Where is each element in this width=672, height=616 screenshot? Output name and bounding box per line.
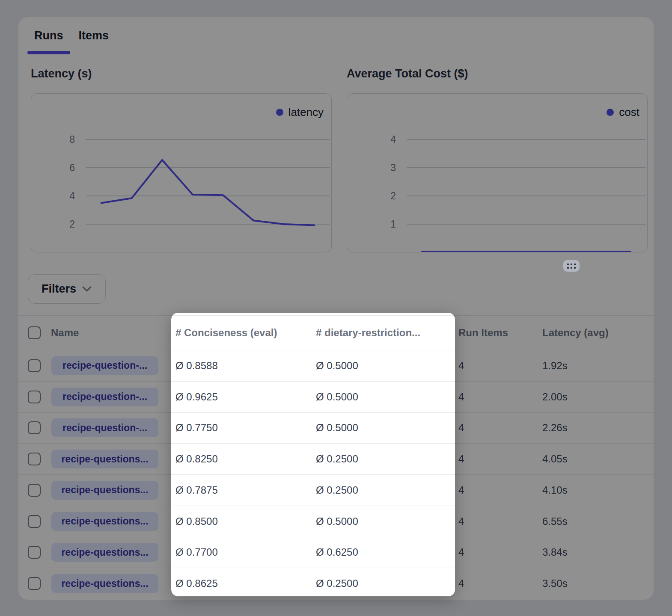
legend-dot-icon — [276, 109, 283, 116]
dietary-value: Ø 0.6250 — [316, 546, 458, 558]
latency-avg-value: 6.55s — [542, 515, 654, 527]
run-name-badge[interactable]: recipe-question-... — [51, 418, 158, 437]
run-name-badge[interactable]: recipe-questions... — [51, 481, 158, 500]
tab-items[interactable]: Items — [79, 29, 109, 54]
table-row[interactable]: recipe-question-... Ø 0.8588 Ø 0.5000 4 … — [18, 350, 654, 381]
row-checkbox[interactable] — [28, 453, 41, 465]
svg-text:6: 6 — [69, 162, 75, 173]
dietary-value: Ø 0.2500 — [316, 453, 458, 465]
dietary-value: Ø 0.2500 — [316, 484, 458, 496]
table-row[interactable]: recipe-questions... Ø 0.7875 Ø 0.2500 4 … — [18, 474, 654, 506]
latency-avg-value: 3.84s — [542, 546, 654, 558]
run-name-badge[interactable]: recipe-questions... — [51, 574, 158, 593]
section-resize-handle[interactable] — [563, 260, 580, 272]
conciseness-value: Ø 0.8588 — [175, 360, 316, 372]
run-name-badge[interactable]: recipe-questions... — [51, 450, 158, 468]
latency-avg-value: 4.05s — [542, 453, 654, 465]
svg-text:2: 2 — [390, 190, 396, 201]
row-checkbox[interactable] — [28, 484, 41, 497]
column-header-run-items[interactable]: Run Items — [458, 327, 542, 339]
svg-text:4: 4 — [69, 190, 75, 201]
tab-runs[interactable]: Runs — [34, 29, 63, 54]
latency-legend: latency — [276, 106, 324, 119]
table-row[interactable]: recipe-questions... Ø 0.8250 Ø 0.2500 4 … — [18, 443, 654, 474]
filters-label: Filters — [42, 282, 76, 296]
run-items-value: 4 — [458, 515, 542, 527]
conciseness-value: Ø 0.7875 — [175, 484, 316, 496]
runs-panel: Runs Items Latency (s) 8642 latency Aver… — [18, 17, 654, 600]
row-checkbox[interactable] — [28, 577, 41, 590]
run-name-badge[interactable]: recipe-questions... — [51, 543, 158, 562]
column-header-name[interactable]: Name — [51, 327, 175, 339]
grip-dots-icon — [567, 264, 576, 269]
row-checkbox[interactable] — [28, 515, 41, 528]
latency-chart-panel: 8642 latency — [31, 93, 332, 252]
latency-avg-value: 1.92s — [542, 360, 654, 372]
svg-text:4: 4 — [390, 134, 396, 145]
conciseness-value: Ø 0.8250 — [175, 453, 316, 465]
conciseness-value: Ø 0.7700 — [175, 546, 316, 558]
table-row[interactable]: recipe-questions... Ø 0.8500 Ø 0.5000 4 … — [18, 506, 654, 537]
latency-chart-title: Latency (s) — [31, 67, 92, 80]
legend-label: latency — [288, 106, 324, 119]
latency-avg-value: 4.10s — [542, 484, 654, 496]
latency-avg-value: 2.00s — [542, 391, 654, 403]
column-header-dietary[interactable]: # dietary-restriction... — [316, 327, 458, 339]
filters-button[interactable]: Filters — [28, 274, 106, 304]
table-row[interactable]: recipe-question-... Ø 0.7750 Ø 0.5000 4 … — [18, 412, 654, 444]
run-items-value: 4 — [458, 360, 542, 372]
dietary-value: Ø 0.5000 — [316, 360, 458, 372]
charts-section: Latency (s) 8642 latency Average Total C… — [18, 54, 654, 268]
filters-section: Filters — [18, 268, 654, 315]
latency-avg-value: 2.26s — [542, 422, 654, 434]
run-items-value: 4 — [458, 391, 542, 403]
run-name-badge[interactable]: recipe-question-... — [51, 356, 158, 375]
cost-chart: Average Total Cost ($) 4321 cost — [347, 54, 648, 268]
row-checkbox[interactable] — [28, 421, 41, 434]
cost-chart-title: Average Total Cost ($) — [347, 67, 468, 80]
table-header-row: Name # Conciseness (eval) # dietary-rest… — [18, 316, 654, 350]
row-checkbox[interactable] — [28, 359, 41, 372]
dietary-value: Ø 0.5000 — [316, 515, 458, 527]
svg-text:2: 2 — [69, 219, 75, 230]
legend-dot-icon — [607, 109, 614, 116]
svg-text:3: 3 — [390, 162, 396, 173]
select-all-checkbox[interactable] — [28, 326, 41, 339]
run-items-value: 4 — [458, 453, 542, 465]
row-checkbox[interactable] — [28, 546, 41, 559]
table-row[interactable]: recipe-question-... Ø 0.9625 Ø 0.5000 4 … — [18, 381, 654, 412]
tab-bar: Runs Items — [18, 17, 654, 54]
run-name-badge[interactable]: recipe-question-... — [51, 388, 158, 406]
conciseness-value: Ø 0.8500 — [175, 515, 316, 527]
dietary-value: Ø 0.5000 — [316, 422, 458, 434]
dietary-value: Ø 0.2500 — [316, 578, 458, 589]
row-checkbox[interactable] — [28, 391, 41, 403]
chevron-down-icon — [82, 286, 92, 292]
run-name-badge[interactable]: recipe-questions... — [51, 512, 158, 531]
table-row[interactable]: recipe-questions... Ø 0.7700 Ø 0.6250 4 … — [18, 537, 654, 568]
conciseness-value: Ø 0.7750 — [175, 422, 316, 434]
cost-chart-panel: 4321 cost — [347, 93, 648, 252]
dietary-value: Ø 0.5000 — [316, 391, 458, 403]
cost-legend: cost — [607, 106, 639, 119]
column-header-latency[interactable]: Latency (avg) — [542, 327, 654, 339]
run-items-value: 4 — [458, 484, 542, 496]
run-items-value: 4 — [458, 422, 542, 434]
latency-chart: Latency (s) 8642 latency — [31, 54, 332, 268]
conciseness-value: Ø 0.9625 — [175, 391, 316, 403]
run-items-value: 4 — [458, 546, 542, 558]
column-header-conciseness[interactable]: # Conciseness (eval) — [175, 327, 316, 339]
cost-line-plot: 4321 — [347, 94, 647, 252]
svg-text:1: 1 — [390, 219, 396, 230]
table-row[interactable]: recipe-questions... Ø 0.8625 Ø 0.2500 4 … — [18, 568, 654, 599]
svg-text:8: 8 — [69, 134, 75, 145]
run-items-value: 4 — [458, 578, 542, 589]
runs-table: Name # Conciseness (eval) # dietary-rest… — [18, 315, 654, 599]
conciseness-value: Ø 0.8625 — [175, 578, 316, 589]
legend-label: cost — [619, 106, 639, 119]
latency-avg-value: 3.50s — [542, 578, 654, 589]
